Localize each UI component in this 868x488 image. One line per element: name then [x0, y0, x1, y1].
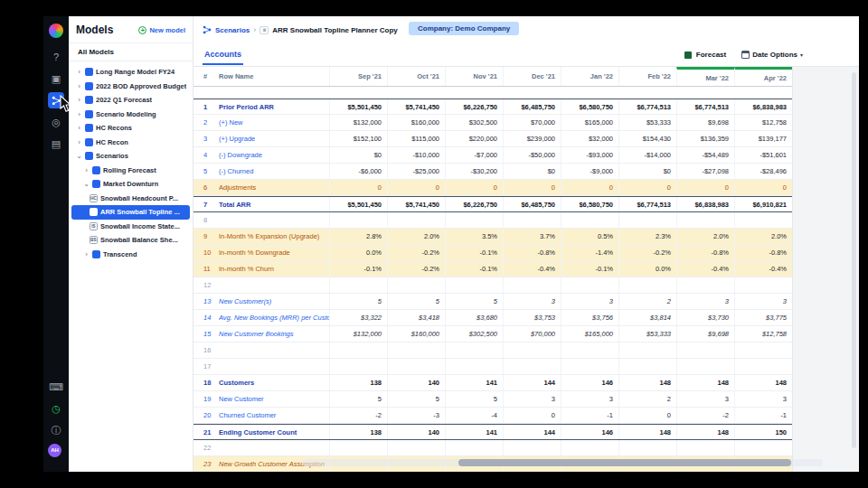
sidebar-item[interactable]: ›2022 Q1 Forecast [69, 93, 193, 108]
workspace-icon[interactable]: ▣ [48, 70, 64, 87]
cell[interactable]: $239,000 [503, 131, 561, 146]
row-name[interactable] [219, 359, 329, 374]
cell[interactable]: $5,741,450 [387, 197, 445, 211]
cell[interactable]: -0.1% [561, 261, 618, 277]
cell[interactable]: $70,000 [503, 326, 561, 342]
cell[interactable]: -0.8% [503, 245, 561, 260]
column-header-month[interactable]: Nov '21 [445, 67, 503, 86]
cell[interactable] [734, 212, 792, 228]
cell[interactable]: 5 [329, 391, 387, 407]
cell[interactable]: -1.4% [561, 245, 618, 260]
cell[interactable]: $0 [503, 164, 561, 179]
cell[interactable] [387, 359, 445, 374]
cell[interactable]: 0.0% [618, 261, 676, 277]
cell[interactable]: 3 [561, 294, 618, 309]
cell[interactable] [387, 277, 445, 293]
cell[interactable] [618, 440, 676, 455]
cell[interactable]: 5 [387, 391, 445, 407]
cell[interactable]: 3 [561, 391, 618, 407]
cell[interactable]: $3,680 [445, 310, 503, 325]
vertical-scrollbar[interactable] [852, 72, 856, 448]
cell[interactable]: $6,774,513 [618, 197, 676, 211]
cell[interactable]: 3.5% [445, 229, 503, 244]
cell[interactable] [676, 440, 734, 455]
sidebar-item[interactable]: ›HC Recon [69, 136, 193, 150]
cell[interactable]: 5 [445, 391, 503, 407]
cell[interactable]: 0.5% [561, 229, 618, 244]
cell[interactable]: 5 [329, 294, 387, 309]
cell[interactable] [329, 212, 387, 228]
row-name[interactable]: Adjustments [219, 180, 329, 195]
sidebar-item[interactable]: HCSnowball Headcount P... [69, 192, 193, 206]
horizontal-scrollbar[interactable] [302, 459, 823, 466]
cell[interactable]: $132,000 [329, 115, 387, 130]
breadcrumb-scenarios[interactable]: Scenarios [215, 26, 250, 34]
cell[interactable]: -$54,489 [676, 147, 734, 163]
cell[interactable]: $132,000 [329, 326, 387, 342]
cell[interactable]: 141 [445, 425, 503, 439]
cell[interactable] [503, 440, 561, 455]
time-icon[interactable]: ◷ [48, 400, 64, 417]
cell[interactable] [618, 277, 676, 293]
company-badge[interactable]: Company: Demo Company [409, 22, 519, 35]
cell[interactable]: $139,177 [734, 131, 792, 146]
date-options-button[interactable]: Date Options ▾ [741, 51, 803, 59]
cell[interactable]: 0 [445, 180, 503, 195]
cell[interactable]: $160,000 [387, 115, 445, 130]
cell[interactable]: 138 [329, 425, 387, 439]
cell[interactable]: 0 [387, 180, 445, 195]
cell[interactable] [561, 343, 618, 358]
cell[interactable]: -$9,000 [561, 164, 618, 179]
cell[interactable]: 0 [329, 180, 387, 195]
cell[interactable] [618, 343, 676, 358]
cell[interactable]: -0.1% [329, 261, 387, 277]
cell[interactable]: $3,756 [561, 310, 618, 325]
keyboard-icon[interactable]: ⌨ [48, 379, 64, 395]
column-header-month[interactable]: Mar '22 [676, 67, 734, 86]
cell[interactable]: $3,753 [503, 310, 561, 325]
help-icon[interactable]: ? [48, 49, 64, 65]
cell[interactable]: $6,226,750 [445, 99, 503, 114]
row-name[interactable]: Prior Period ARR [219, 99, 329, 114]
row-name[interactable]: New Customer(s) [219, 294, 329, 309]
cell[interactable]: $154,430 [618, 131, 676, 146]
cell[interactable]: 146 [561, 375, 618, 390]
cell[interactable]: $9,698 [676, 115, 734, 130]
cell[interactable]: 138 [329, 375, 387, 390]
row-name[interactable]: (+) New [219, 115, 329, 130]
sidebar-item[interactable]: ›Transcend [69, 248, 193, 262]
cell[interactable]: 3 [676, 294, 734, 309]
cell[interactable] [561, 277, 618, 293]
cell[interactable] [618, 212, 676, 228]
row-name[interactable]: Total ARR [219, 197, 329, 211]
cell[interactable]: 2.0% [734, 229, 792, 244]
cell[interactable] [561, 359, 618, 374]
cell[interactable]: 2 [618, 294, 676, 309]
cell[interactable]: 3 [676, 391, 734, 407]
cell[interactable]: $136,359 [676, 131, 734, 146]
column-header-month[interactable]: Feb '22 [618, 67, 676, 86]
cell[interactable]: $12,758 [734, 115, 792, 130]
cell[interactable]: $5,501,450 [329, 197, 387, 211]
cell[interactable]: $53,333 [618, 326, 676, 342]
avatar[interactable]: AH [48, 444, 61, 457]
row-name[interactable]: In-Month % Expansion (Upgrade) [219, 229, 329, 244]
row-name[interactable]: Customers [219, 375, 329, 390]
cell[interactable] [734, 343, 792, 358]
cell[interactable] [445, 343, 503, 358]
cell[interactable]: 3 [734, 294, 792, 309]
cell[interactable]: $115,000 [387, 131, 445, 146]
cell[interactable]: $220,000 [445, 131, 503, 146]
column-header-month[interactable]: Jan '22 [561, 67, 618, 86]
cell[interactable]: $3,418 [387, 310, 445, 325]
tab-accounts[interactable]: Accounts [203, 45, 243, 65]
cell[interactable]: 2.8% [329, 229, 387, 244]
cell[interactable]: 0 [618, 408, 676, 423]
cell[interactable]: $9,698 [676, 326, 734, 342]
cell[interactable]: 2.0% [387, 229, 445, 244]
cell[interactable]: $32,000 [561, 131, 618, 146]
cell[interactable]: $165,000 [561, 115, 618, 130]
sidebar-item[interactable]: ⌄Scenarios [69, 149, 193, 164]
cell[interactable]: $6,910,821 [734, 197, 792, 211]
cell[interactable]: 141 [445, 375, 503, 390]
